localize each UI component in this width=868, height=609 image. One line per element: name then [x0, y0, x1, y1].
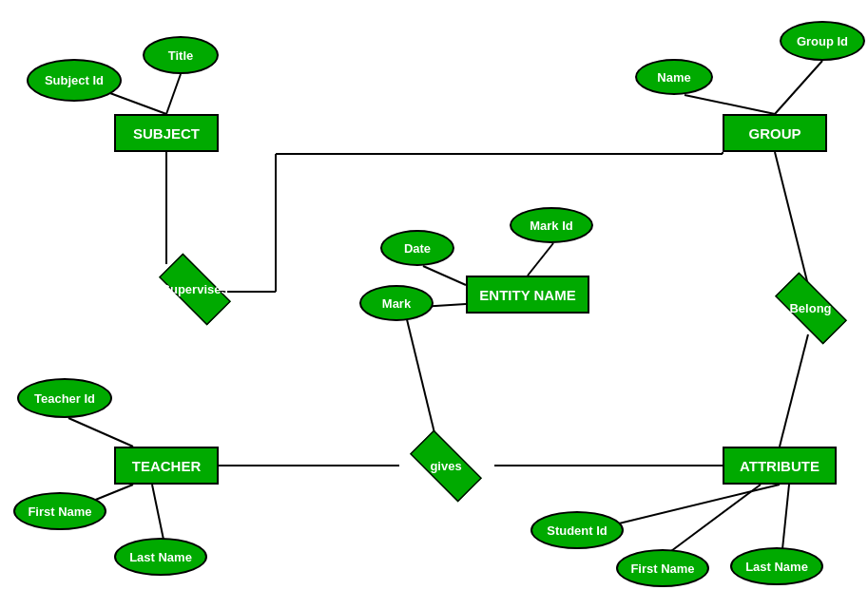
mark-id-ellipse: Mark Id — [510, 207, 593, 243]
mark-ellipse: Mark — [359, 285, 434, 321]
subject-entity: SUBJECT — [114, 114, 219, 152]
entity-name-entity: ENTITY NAME — [466, 276, 589, 314]
teacher-id-ellipse: Teacher Id — [17, 378, 112, 418]
attribute-entity: ATTRIBUTE — [723, 447, 837, 485]
subject-id-ellipse: Subject Id — [27, 59, 122, 102]
svg-line-19 — [780, 334, 808, 447]
svg-line-3 — [685, 95, 775, 114]
connection-lines — [0, 0, 868, 609]
svg-line-2 — [775, 61, 822, 114]
svg-line-9 — [152, 485, 164, 540]
last-name-teacher-ellipse: Last Name — [114, 538, 207, 576]
first-name-teacher-ellipse: First Name — [13, 492, 106, 530]
er-diagram: SUBJECT GROUP ENTITY NAME TEACHER ATTRIB… — [0, 0, 868, 609]
supervises-diamond: Supervises — [138, 261, 252, 316]
svg-line-11 — [671, 485, 761, 551]
belong-diamond: Belong — [761, 281, 860, 334]
svg-line-7 — [68, 418, 133, 447]
teacher-entity: TEACHER — [114, 447, 219, 485]
svg-line-4 — [528, 243, 553, 276]
gives-diamond: gives — [395, 439, 497, 492]
group-entity: GROUP — [723, 114, 827, 152]
svg-line-12 — [782, 485, 789, 549]
title-ellipse: Title — [143, 36, 219, 74]
group-id-ellipse: Group Id — [780, 21, 865, 61]
date-ellipse: Date — [380, 230, 454, 266]
first-name-attribute-ellipse: First Name — [616, 549, 709, 587]
svg-line-1 — [166, 74, 181, 114]
name-ellipse: Name — [635, 59, 713, 95]
svg-line-22 — [404, 308, 437, 445]
svg-line-18 — [775, 152, 808, 285]
svg-line-5 — [423, 266, 466, 285]
student-id-ellipse: Student Id — [530, 511, 624, 549]
last-name-attribute-ellipse: Last Name — [730, 547, 823, 585]
